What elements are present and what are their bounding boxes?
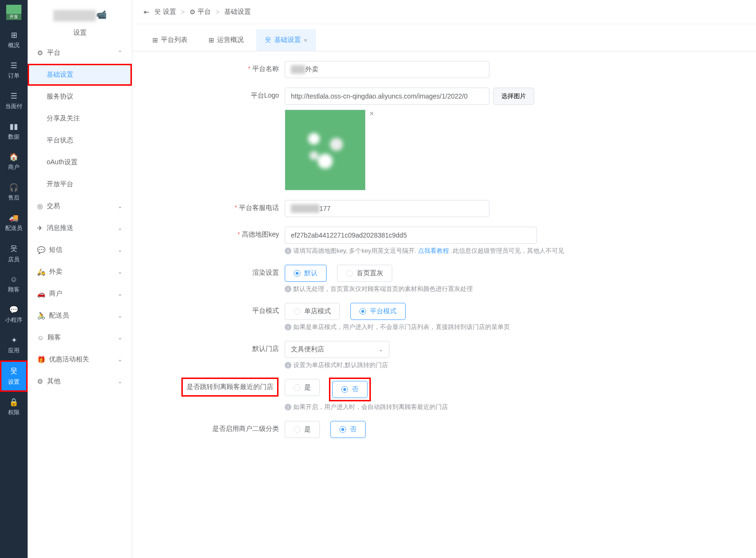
chevron-down-icon: ⌄	[118, 312, 122, 319]
radio-mode-platform[interactable]: 平台模式	[350, 303, 406, 320]
label-enable-l2-category: 是否启用商户二级分类	[142, 421, 285, 433]
nav-apps[interactable]: ✦应用	[0, 330, 28, 360]
gift-icon: 🎁	[37, 356, 45, 363]
tab-platform-list[interactable]: ⊞平台列表	[144, 29, 196, 51]
wechat-icon: 💬	[9, 305, 19, 314]
radio-render-default[interactable]: 默认	[285, 265, 327, 282]
input-platform-name[interactable]: 外卖	[285, 61, 489, 78]
nav-orders[interactable]: ☰订单	[0, 55, 28, 86]
content-tabs: ⊞平台列表 ⊞运营概况 웃基础设置×	[132, 29, 756, 51]
breadcrumb-platform[interactable]: ⚙平台	[189, 8, 211, 16]
chat-icon: 💬	[37, 246, 45, 254]
nav-overview[interactable]: ⊞概况	[0, 25, 28, 55]
radio-l2-yes[interactable]: 是	[285, 421, 320, 438]
label-platform-logo: 平台Logo	[142, 88, 285, 100]
radio-dot-icon	[294, 426, 300, 433]
nav-customer[interactable]: ☺顾客	[0, 269, 28, 299]
help-amap-key: i请填写高德地图key, 多个key用英文逗号隔开.点我看教程.此信息仅超级管理…	[285, 247, 737, 255]
nav-data[interactable]: ▮▮数据	[0, 116, 28, 147]
menu-message-push[interactable]: ✈消息推送⌄	[28, 217, 132, 239]
lock-icon: 🔒	[9, 398, 19, 407]
nav-settings[interactable]: 웃设置	[0, 360, 28, 392]
info-icon: i	[285, 286, 291, 292]
button-select-image[interactable]: 选择图片	[493, 88, 534, 105]
chevron-down-icon: ⌄	[378, 346, 383, 353]
radio-jump-yes[interactable]: 是	[285, 379, 320, 396]
main-nav-sidebar: ⊞概况 ☰订单 ☰当面付 ▮▮数据 🏠商户 🎧售后 🚚配送员 웃店员 ☺顾客 💬…	[0, 0, 28, 558]
grid-icon: ⊞	[11, 30, 17, 40]
send-icon: ✈	[37, 224, 43, 232]
input-service-phone[interactable]: 177	[285, 200, 489, 217]
submenu-share-follow[interactable]: 分享及关注	[28, 108, 132, 130]
menu-transaction[interactable]: ◎交易⌄	[28, 195, 132, 217]
menu-courier[interactable]: 🚴配送员⌄	[28, 305, 132, 327]
help-default-store: i设置为单店模式时,默认跳转的门店	[285, 361, 737, 369]
info-icon: i	[285, 248, 291, 254]
sub-sidebar-title: 设置	[28, 29, 132, 37]
radio-mode-single[interactable]: 单店模式	[285, 303, 340, 320]
label-platform-mode: 平台模式	[142, 303, 285, 315]
nav-clerk[interactable]: 웃店员	[0, 238, 28, 269]
input-platform-logo[interactable]: http://testlala.oss-cn-qingdao.aliyuncs.…	[285, 88, 489, 105]
radio-l2-no[interactable]: 否	[330, 421, 366, 438]
menu-promotion[interactable]: 🎁优惠活动相关⌄	[28, 349, 132, 370]
headset-icon: 🎧	[9, 183, 19, 192]
apps-icon: ✦	[11, 336, 17, 345]
select-default-store[interactable]: 文具便利店⌄	[285, 341, 389, 358]
collapse-sidebar-icon[interactable]: ⇤	[144, 8, 149, 16]
label-jump-nearest: 是否跳转到离顾客最近的门店	[142, 379, 285, 395]
chart-icon: ▮▮	[10, 122, 18, 131]
radio-render-gray[interactable]: 首页置灰	[337, 265, 392, 282]
submenu-basic-settings[interactable]: 基础设置	[28, 64, 132, 86]
help-mode: i如果是单店模式，用户进入时，不会显示门店列表，直接跳转到该门店的菜单页	[285, 323, 737, 331]
menu-takeout[interactable]: 🛵外卖⌄	[28, 261, 132, 283]
menu-customer[interactable]: ☺顾客⌄	[28, 327, 132, 349]
sub-header: 📹	[28, 0, 132, 29]
nav-miniapp[interactable]: 💬小程序	[0, 299, 28, 330]
car-icon: 🚗	[37, 290, 45, 298]
menu-platform[interactable]: ⚙平台⌃	[28, 42, 132, 64]
smile-icon: ☺	[10, 275, 18, 284]
chevron-down-icon: ⌄	[118, 269, 122, 275]
radio-dot-icon	[341, 386, 348, 393]
grid-icon: ⊞	[209, 36, 214, 44]
list-icon: ☰	[10, 91, 17, 100]
remove-logo-icon[interactable]: ×	[369, 110, 374, 118]
link-amap-tutorial[interactable]: 点我看教程	[418, 247, 449, 255]
nav-courier[interactable]: 🚚配送员	[0, 208, 28, 238]
radio-jump-no[interactable]: 否	[332, 381, 368, 398]
submenu-open-platform[interactable]: 开放平台	[28, 173, 132, 195]
info-icon: i	[285, 324, 291, 330]
person-icon: 웃	[154, 8, 161, 16]
radio-dot-icon	[346, 270, 353, 277]
submenu-service-agreement[interactable]: 服务协议	[28, 86, 132, 108]
chevron-right-icon: >	[181, 8, 185, 16]
close-icon[interactable]: ×	[304, 37, 308, 44]
menu-other[interactable]: ⚙其他⌄	[28, 370, 132, 392]
nav-aftersale[interactable]: 🎧售后	[0, 177, 28, 208]
breadcrumb-settings[interactable]: 웃设置	[154, 8, 176, 16]
nav-permission[interactable]: 🔒权限	[0, 392, 28, 422]
input-amap-key[interactable]: ef27b2ab4412271c09ad2028381c9dd5	[285, 227, 537, 244]
gear-icon: ⚙	[189, 8, 196, 16]
tab-basic-settings[interactable]: 웃基础设置×	[256, 29, 316, 51]
radio-dot-icon	[294, 270, 300, 277]
logo-preview-image	[285, 110, 366, 190]
list-icon: ☰	[10, 61, 17, 70]
nav-merchant[interactable]: 🏠商户	[0, 147, 28, 177]
person-gear-icon: 웃	[10, 366, 18, 376]
submenu-platform-status[interactable]: 平台状态	[28, 130, 132, 151]
menu-merchant[interactable]: 🚗商户⌄	[28, 283, 132, 305]
menu-sms[interactable]: 💬短信⌄	[28, 239, 132, 261]
person-icon: 웃	[265, 36, 271, 44]
label-default-store: 默认门店	[142, 341, 285, 353]
label-service-phone: 平台客服电话	[142, 200, 285, 212]
nav-facepay[interactable]: ☰当面付	[0, 86, 28, 116]
settings-sidebar: 📹 设置 ⚙平台⌃ 基础设置 服务协议 分享及关注 平台状态 oAuth设置 开…	[28, 0, 132, 558]
info-icon: i	[285, 404, 291, 410]
submenu-oauth[interactable]: oAuth设置	[28, 151, 132, 173]
chevron-down-icon: ⌄	[118, 203, 122, 209]
gear-icon: ⚙	[37, 49, 43, 57]
tab-operations[interactable]: ⊞运营概况	[200, 29, 252, 51]
smile-icon: ☺	[37, 334, 44, 341]
